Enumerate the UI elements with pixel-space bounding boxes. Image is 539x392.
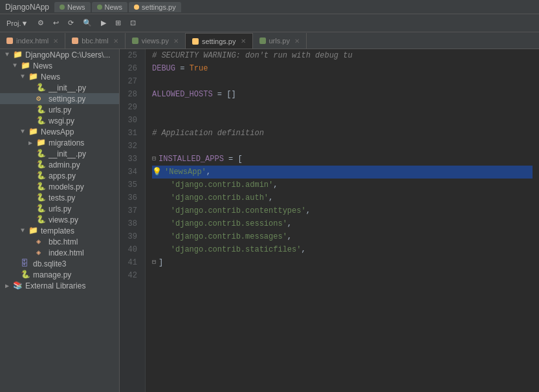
line-num-39: 39 bbox=[125, 230, 140, 243]
sidebar-db-sqlite[interactable]: 🗄 db.sqlite3 bbox=[0, 258, 119, 269]
code-editor[interactable]: 25 26 27 28 29 30 31 32 33 34 35 36 37 3… bbox=[120, 49, 539, 392]
arrow-manage bbox=[13, 271, 21, 278]
line-num-32: 32 bbox=[125, 140, 140, 153]
refresh-icon[interactable]: ⟳ bbox=[64, 17, 78, 28]
sidebar-manage-py[interactable]: 🐍 manage.py bbox=[0, 269, 119, 280]
tab-close-5[interactable]: ✕ bbox=[294, 38, 300, 45]
sidebar-migrations[interactable]: ▶ 📁 migrations bbox=[0, 137, 119, 148]
py-file-icon-admin: 🐍 bbox=[36, 160, 47, 169]
sidebar-index-html[interactable]: ◈ index.html bbox=[0, 247, 119, 258]
tab-views-py[interactable]: views.py ✕ bbox=[126, 33, 186, 49]
undo-icon[interactable]: ↩ bbox=[49, 17, 63, 28]
sidebar-tests-py[interactable]: 🐍 tests.py bbox=[0, 192, 119, 203]
folder-icon-ext-libs: 📚 bbox=[13, 281, 23, 290]
tab-close-3[interactable]: ✕ bbox=[173, 38, 179, 45]
tab-bbc-html[interactable]: bbc.html ✕ bbox=[65, 33, 126, 49]
tab-label-index: index.html bbox=[16, 37, 49, 45]
code-line-30 bbox=[152, 114, 533, 127]
tab-close-2[interactable]: ✕ bbox=[113, 38, 118, 45]
sidebar-newsapp-views-label: views.py bbox=[49, 215, 78, 224]
sidebar-models-py[interactable]: 🐍 models.py bbox=[0, 181, 119, 192]
sidebar-init-py[interactable]: 🐍 __init__.py bbox=[0, 82, 119, 93]
line-num-30: 30 bbox=[125, 114, 140, 127]
code-comment-25: # SECURITY WARNING: don't run with debug… bbox=[152, 49, 353, 62]
code-line-41: ⊟ ] bbox=[152, 256, 533, 269]
code-contrib-sessions: 'django.contrib.sessions' bbox=[171, 217, 287, 230]
code-indent-37 bbox=[152, 204, 171, 217]
sidebar-bbc-html[interactable]: ◈ bbc.html bbox=[0, 236, 119, 247]
py-file-icon-wsgi: 🐍 bbox=[36, 116, 47, 125]
tab-urls-py[interactable]: urls.py ✕ bbox=[253, 33, 307, 49]
py-file-icon-models: 🐍 bbox=[36, 182, 47, 191]
sidebar-newsapp[interactable]: ▼ 📁 NewsApp bbox=[0, 126, 119, 137]
folder-icon-news1: 📁 bbox=[21, 61, 31, 71]
sidebar-urls-py[interactable]: 🐍 urls.py bbox=[0, 104, 119, 115]
fold-marker-33[interactable]: ⊟ bbox=[152, 153, 156, 166]
arrow-urls bbox=[28, 106, 36, 113]
sidebar-news-2[interactable]: ▼ 📁 News bbox=[0, 71, 119, 82]
code-line-31: # Application definition bbox=[152, 127, 533, 140]
settings-icon[interactable]: ⚙ bbox=[34, 17, 48, 28]
sidebar-templates[interactable]: ▼ 📁 templates bbox=[0, 225, 119, 236]
code-comma-40: , bbox=[301, 243, 305, 256]
title-tab-3[interactable]: settings.py bbox=[129, 2, 181, 12]
folder-icon-1 bbox=[60, 5, 65, 10]
title-tab-2[interactable]: News bbox=[92, 2, 128, 12]
title-tab-1[interactable]: News bbox=[54, 2, 91, 12]
code-content[interactable]: # SECURITY WARNING: don't run with debug… bbox=[146, 49, 539, 392]
grid-icon[interactable]: ⊞ bbox=[111, 17, 125, 28]
sidebar-init-label: __init__.py bbox=[49, 83, 86, 93]
settings-file-icon: ⚙ bbox=[36, 94, 47, 103]
code-indent-35 bbox=[152, 179, 171, 191]
tab-close-1[interactable]: ✕ bbox=[53, 38, 58, 45]
layout-icon[interactable]: ⊡ bbox=[126, 17, 140, 28]
arrow-apps bbox=[28, 172, 36, 179]
sidebar-init2-py[interactable]: 🐍 __init__.py bbox=[0, 148, 119, 159]
code-eq: = bbox=[175, 62, 190, 75]
fold-marker-41[interactable]: ⊟ bbox=[152, 256, 156, 269]
sidebar-apps-py[interactable]: 🐍 apps.py bbox=[0, 170, 119, 181]
code-line-37: 'django.contrib.contenttypes' , bbox=[152, 204, 533, 217]
code-line-36: 'django.contrib.auth' , bbox=[152, 191, 533, 204]
tab-index-html[interactable]: index.html ✕ bbox=[0, 33, 65, 49]
project-dropdown[interactable]: Proj.▼ bbox=[3, 18, 32, 28]
code-comma-39: , bbox=[287, 230, 292, 243]
html-icon-1 bbox=[6, 38, 13, 44]
sidebar-wsgi-label: wsgi.py bbox=[49, 116, 74, 125]
code-contrib-messages: 'django.contrib.messages' bbox=[171, 230, 287, 243]
py-file-icon-newsapp-views: 🐍 bbox=[36, 215, 47, 224]
sidebar-newsapp-label: NewsApp bbox=[41, 127, 74, 136]
sidebar-newsapp-views-py[interactable]: 🐍 views.py bbox=[0, 214, 119, 225]
sidebar-news-1[interactable]: ▼ 📁 News bbox=[0, 60, 119, 71]
arrow-tests bbox=[28, 194, 36, 201]
line-num-27: 27 bbox=[125, 75, 140, 88]
sidebar-wsgi-py[interactable]: 🐍 wsgi.py bbox=[0, 115, 119, 126]
tab-settings-py[interactable]: settings.py ✕ bbox=[186, 33, 253, 49]
arrow-wsgi bbox=[28, 117, 36, 124]
db-file-icon: 🗄 bbox=[21, 259, 31, 268]
code-line-29 bbox=[152, 101, 533, 114]
code-line-27 bbox=[152, 75, 533, 88]
code-comment-31: # Application definition bbox=[152, 127, 264, 140]
arrow-newsapp-views bbox=[28, 216, 36, 223]
code-debug-var: DEBUG bbox=[152, 62, 175, 75]
py-file-icon-init2: 🐍 bbox=[36, 149, 47, 158]
editor-tabs: index.html ✕ bbc.html ✕ views.py ✕ setti… bbox=[0, 32, 539, 49]
sidebar-root[interactable]: ▼ 📁 DjangoNApp C:\Users\... bbox=[0, 49, 119, 60]
tab-close-4[interactable]: ✕ bbox=[241, 38, 246, 45]
search-icon[interactable]: 🔍 bbox=[79, 17, 96, 28]
code-newsapp-comma: , bbox=[206, 166, 211, 179]
sidebar-bbc-label: bbc.html bbox=[49, 237, 78, 246]
sidebar-newsapp-urls-py[interactable]: 🐍 urls.py bbox=[0, 203, 119, 214]
code-close-bracket: ] bbox=[159, 256, 163, 269]
sidebar-settings-py[interactable]: ⚙ settings.py bbox=[0, 93, 119, 104]
code-comma-38: , bbox=[287, 217, 292, 230]
sidebar-admin-py[interactable]: 🐍 admin.py bbox=[0, 159, 119, 170]
code-line-32 bbox=[152, 140, 533, 153]
line-numbers: 25 26 27 28 29 30 31 32 33 34 35 36 37 3… bbox=[120, 49, 146, 392]
run-icon[interactable]: ▶ bbox=[97, 17, 110, 28]
line-num-35: 35 bbox=[125, 179, 140, 191]
sidebar-external-libs[interactable]: ▶ 📚 External Libraries bbox=[0, 280, 119, 291]
folder-icon-newsapp: 📁 bbox=[28, 127, 39, 136]
main-layout: ▼ 📁 DjangoNApp C:\Users\... ▼ 📁 News ▼ 📁… bbox=[0, 49, 539, 392]
